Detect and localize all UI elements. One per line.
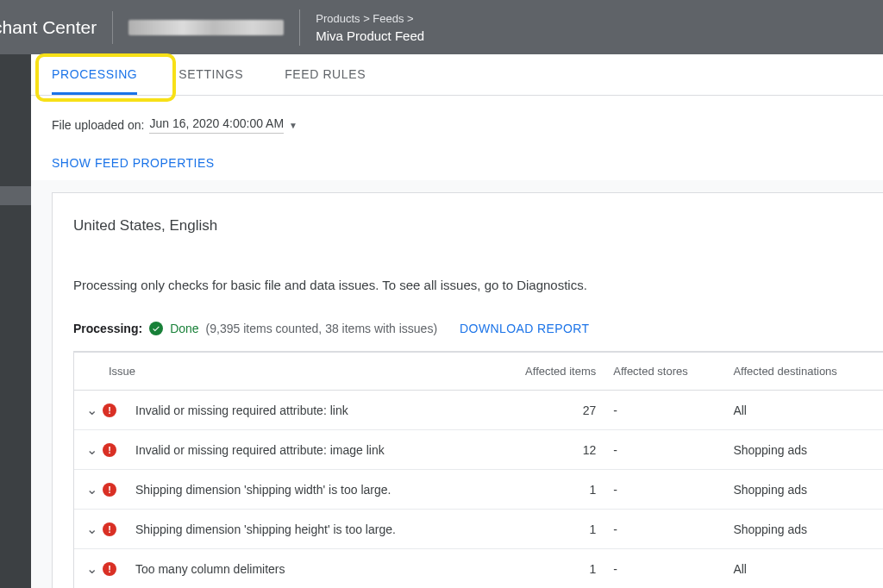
account-blurred [128,20,284,35]
affected-items: 1 [490,470,605,510]
tab-settings[interactable]: SETTINGS [158,53,264,95]
app-header: chant Center Products > Feeds > Miva Pro… [0,0,883,54]
col-issue: Issue [74,353,490,391]
issue-text: Shipping dimension 'shipping width' is t… [127,470,490,510]
error-icon-cell: ! [103,430,127,470]
expand-toggle[interactable]: ⌄ [74,470,103,510]
affected-items: 12 [490,430,605,470]
error-icon-cell: ! [103,549,127,589]
chevron-down-icon: ⌄ [86,521,97,537]
issue-text: Too many column delimiters [127,549,490,589]
processing-status-row: Processing: Done (9,395 items counted, 3… [73,322,883,335]
chevron-down-icon: ⌄ [86,481,97,497]
error-icon: ! [103,403,116,417]
table-row[interactable]: ⌄!Shipping dimension 'shipping height' i… [74,510,883,549]
col-affected-items: Affected items [490,353,605,391]
col-affected-stores: Affected stores [604,353,724,391]
done-label: Done [170,322,198,335]
affected-destinations: Shopping ads [724,430,883,470]
chevron-down-icon: ▼ [289,121,297,130]
upload-prefix: File uploaded on: [52,118,144,132]
affected-destinations: All [724,391,883,430]
app-logo: chant Center [0,11,113,44]
affected-items: 27 [490,391,605,430]
count-summary: (9,395 items counted, 38 items with issu… [206,322,437,335]
error-icon: ! [103,522,116,536]
affected-stores: - [604,470,724,510]
affected-stores: - [604,549,724,589]
left-rail [0,54,31,588]
error-icon-cell: ! [103,510,127,549]
issue-text: Invalid or missing required attribute: i… [127,430,490,470]
affected-items: 1 [490,549,605,589]
issues-table: Issue Affected items Affected stores Aff… [74,352,883,588]
expand-toggle[interactable]: ⌄ [74,391,103,430]
check-circle-icon [149,322,163,335]
breadcrumb-title: Miva Product Feed [316,28,424,43]
affected-destinations: All [724,549,883,589]
col-affected-destinations: Affected destinations [724,353,883,391]
breadcrumb: Products > Feeds > Miva Product Feed [300,12,424,43]
tab-feed-rules[interactable]: FEED RULES [264,53,386,95]
processing-description: Processing only checks for basic file an… [73,278,883,292]
issue-text: Shipping dimension 'shipping height' is … [127,510,490,549]
issues-table-wrap: Issue Affected items Affected stores Aff… [73,351,883,588]
error-icon: ! [103,562,116,576]
affected-stores: - [604,391,724,430]
processing-card: United States, English Processing only c… [52,192,883,588]
error-icon-cell: ! [103,391,127,430]
body-area: United States, English Processing only c… [31,180,883,588]
table-row[interactable]: ⌄!Invalid or missing required attribute:… [74,430,883,470]
chevron-down-icon: ⌄ [86,402,97,418]
expand-toggle[interactable]: ⌄ [74,549,103,589]
affected-destinations: Shopping ads [724,510,883,549]
download-report-link[interactable]: DOWNLOAD REPORT [460,322,589,335]
affected-destinations: Shopping ads [724,470,883,510]
left-rail-highlight [0,186,31,205]
table-row[interactable]: ⌄!Too many column delimiters1-All [74,549,883,589]
tab-processing[interactable]: PROCESSING [31,53,158,95]
show-feed-properties-link[interactable]: SHOW FEED PROPERTIES [52,156,862,170]
affected-stores: - [604,510,724,549]
error-icon-cell: ! [103,470,127,510]
tab-bar: PROCESSING SETTINGS FEED RULES [31,54,883,96]
expand-toggle[interactable]: ⌄ [74,430,103,470]
expand-toggle[interactable]: ⌄ [74,510,103,549]
page-content: PROCESSING SETTINGS FEED RULES File uplo… [31,54,883,588]
breadcrumb-path: Products > Feeds > [316,12,424,25]
table-row[interactable]: ⌄!Shipping dimension 'shipping width' is… [74,470,883,510]
error-icon: ! [103,483,116,497]
affected-items: 1 [490,510,605,549]
error-icon: ! [103,443,116,457]
upload-date-dropdown[interactable]: File uploaded on: Jun 16, 2020 4:00:00 A… [52,116,862,134]
issue-text: Invalid or missing required attribute: l… [127,391,490,430]
subheader: File uploaded on: Jun 16, 2020 4:00:00 A… [31,96,883,180]
upload-date: Jun 16, 2020 4:00:00 AM [149,116,284,134]
chevron-down-icon: ⌄ [86,560,97,577]
affected-stores: - [604,430,724,470]
table-row[interactable]: ⌄!Invalid or missing required attribute:… [74,391,883,430]
processing-label: Processing: [73,322,142,335]
chevron-down-icon: ⌄ [86,441,97,458]
locale-label: United States, English [73,217,883,235]
